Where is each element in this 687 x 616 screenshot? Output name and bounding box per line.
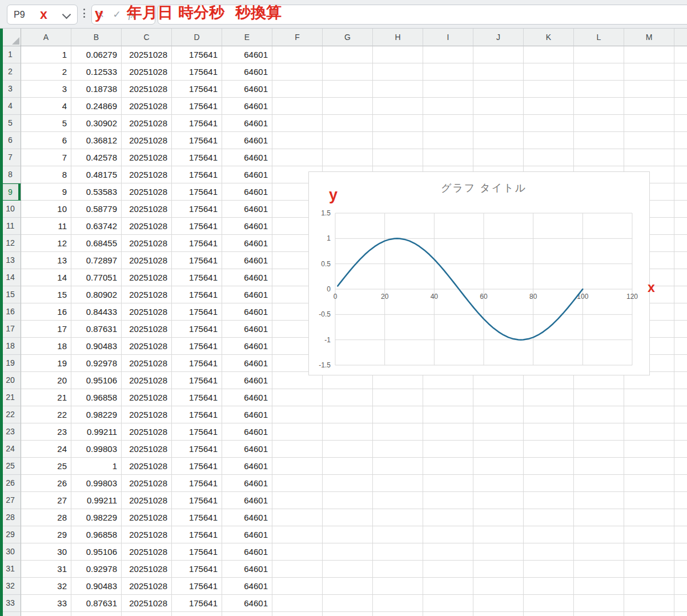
cell-L34[interactable] bbox=[574, 612, 624, 616]
cell-J28[interactable] bbox=[473, 509, 524, 526]
row-header-10[interactable]: 10 bbox=[0, 201, 21, 218]
cell-M31[interactable] bbox=[624, 561, 674, 578]
cell-F2[interactable] bbox=[272, 63, 323, 81]
cell-B9[interactable]: 0.53583 bbox=[71, 183, 122, 201]
cell-E10[interactable]: 64601 bbox=[222, 201, 272, 218]
cell-A28[interactable]: 28 bbox=[21, 509, 71, 526]
cell-I33[interactable] bbox=[423, 595, 473, 612]
cell-B25[interactable]: 1 bbox=[71, 458, 122, 475]
cell-D14[interactable]: 175641 bbox=[172, 269, 222, 286]
cell-C24[interactable]: 20251028 bbox=[122, 441, 172, 458]
cell-F6[interactable] bbox=[272, 132, 323, 149]
column-header-G[interactable]: G bbox=[323, 29, 373, 46]
column-header-K[interactable]: K bbox=[524, 29, 574, 46]
cell-B17[interactable]: 0.87631 bbox=[71, 321, 122, 338]
cell-A14[interactable]: 14 bbox=[21, 269, 71, 286]
cell-F24[interactable] bbox=[272, 441, 323, 458]
cell-D15[interactable]: 175641 bbox=[172, 286, 222, 303]
cell-partial-23[interactable] bbox=[674, 423, 687, 441]
cell-H33[interactable] bbox=[373, 595, 423, 612]
cell-D10[interactable]: 175641 bbox=[172, 201, 222, 218]
cell-F1[interactable] bbox=[272, 46, 323, 63]
cell-E23[interactable]: 64601 bbox=[222, 423, 272, 441]
cell-G24[interactable] bbox=[323, 441, 373, 458]
cell-C4[interactable]: 20251028 bbox=[122, 98, 172, 115]
cell-L33[interactable] bbox=[574, 595, 624, 612]
cell-K2[interactable] bbox=[524, 63, 574, 81]
cell-F21[interactable] bbox=[272, 389, 323, 406]
cell-F22[interactable] bbox=[272, 406, 323, 423]
cell-K34[interactable] bbox=[524, 612, 574, 616]
cell-L26[interactable] bbox=[574, 475, 624, 492]
cell-B16[interactable]: 0.84433 bbox=[71, 303, 122, 321]
cell-M30[interactable] bbox=[624, 543, 674, 561]
cell-J30[interactable] bbox=[473, 543, 524, 561]
cell-M3[interactable] bbox=[624, 81, 674, 98]
cell-D30[interactable]: 175641 bbox=[172, 543, 222, 561]
cell-D25[interactable]: 175641 bbox=[172, 458, 222, 475]
cell-F33[interactable] bbox=[272, 595, 323, 612]
row-header-17[interactable]: 17 bbox=[0, 321, 21, 338]
cell-H34[interactable] bbox=[373, 612, 423, 616]
row-header-18[interactable]: 18 bbox=[0, 338, 21, 355]
cell-C1[interactable]: 20251028 bbox=[122, 46, 172, 63]
cell-G21[interactable] bbox=[323, 389, 373, 406]
cell-D2[interactable]: 175641 bbox=[172, 63, 222, 81]
cell-E11[interactable]: 64601 bbox=[222, 218, 272, 235]
cell-M27[interactable] bbox=[624, 492, 674, 509]
cell-K22[interactable] bbox=[524, 406, 574, 423]
cell-A13[interactable]: 13 bbox=[21, 252, 71, 269]
cell-J1[interactable] bbox=[473, 46, 524, 63]
cell-F4[interactable] bbox=[272, 98, 323, 115]
row-header-1[interactable]: 1 bbox=[0, 46, 21, 63]
cell-I23[interactable] bbox=[423, 423, 473, 441]
cell-G1[interactable] bbox=[323, 46, 373, 63]
cell-J6[interactable] bbox=[473, 132, 524, 149]
cell-A19[interactable]: 19 bbox=[21, 355, 71, 372]
cell-G28[interactable] bbox=[323, 509, 373, 526]
cell-D32[interactable]: 175641 bbox=[172, 578, 222, 595]
cell-G25[interactable] bbox=[323, 458, 373, 475]
cell-F30[interactable] bbox=[272, 543, 323, 561]
cell-K29[interactable] bbox=[524, 526, 574, 543]
cell-L3[interactable] bbox=[574, 81, 624, 98]
cell-H2[interactable] bbox=[373, 63, 423, 81]
row-header-30[interactable]: 30 bbox=[0, 543, 21, 561]
cell-A1[interactable]: 1 bbox=[21, 46, 71, 63]
cell-L22[interactable] bbox=[574, 406, 624, 423]
cell-K5[interactable] bbox=[524, 115, 574, 132]
cell-A8[interactable]: 8 bbox=[21, 166, 71, 183]
cell-A5[interactable]: 5 bbox=[21, 115, 71, 132]
cell-A17[interactable]: 17 bbox=[21, 321, 71, 338]
column-header-M[interactable]: M bbox=[624, 29, 674, 46]
cell-I6[interactable] bbox=[423, 132, 473, 149]
cell-A31[interactable]: 31 bbox=[21, 561, 71, 578]
cell-G22[interactable] bbox=[323, 406, 373, 423]
column-header-H[interactable]: H bbox=[373, 29, 423, 46]
cell-C18[interactable]: 20251028 bbox=[122, 338, 172, 355]
cell-partial-7[interactable] bbox=[674, 149, 687, 166]
cell-G26[interactable] bbox=[323, 475, 373, 492]
cell-E32[interactable]: 64601 bbox=[222, 578, 272, 595]
cell-B12[interactable]: 0.68455 bbox=[71, 235, 122, 252]
cell-L32[interactable] bbox=[574, 578, 624, 595]
cell-D24[interactable]: 175641 bbox=[172, 441, 222, 458]
cell-K27[interactable] bbox=[524, 492, 574, 509]
cell-H32[interactable] bbox=[373, 578, 423, 595]
cell-I28[interactable] bbox=[423, 509, 473, 526]
cell-B10[interactable]: 0.58779 bbox=[71, 201, 122, 218]
cell-E4[interactable]: 64601 bbox=[222, 98, 272, 115]
cell-H31[interactable] bbox=[373, 561, 423, 578]
cell-I21[interactable] bbox=[423, 389, 473, 406]
cell-D26[interactable]: 175641 bbox=[172, 475, 222, 492]
cell-C14[interactable]: 20251028 bbox=[122, 269, 172, 286]
cell-F25[interactable] bbox=[272, 458, 323, 475]
column-header-C[interactable]: C bbox=[122, 29, 172, 46]
cell-C27[interactable]: 20251028 bbox=[122, 492, 172, 509]
cell-K6[interactable] bbox=[524, 132, 574, 149]
cell-C23[interactable]: 20251028 bbox=[122, 423, 172, 441]
cell-B29[interactable]: 0.96858 bbox=[71, 526, 122, 543]
cell-K26[interactable] bbox=[524, 475, 574, 492]
cell-B11[interactable]: 0.63742 bbox=[71, 218, 122, 235]
cell-K31[interactable] bbox=[524, 561, 574, 578]
